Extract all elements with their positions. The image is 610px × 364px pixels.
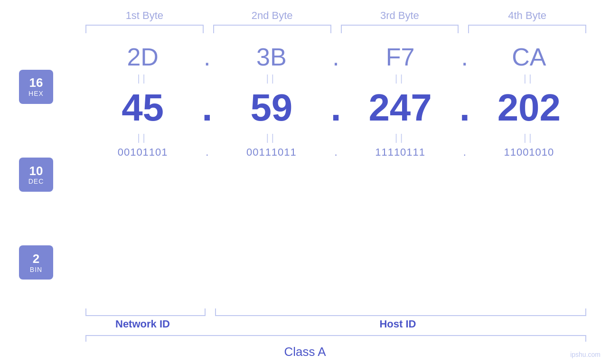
bracket-1 [85, 25, 204, 33]
bracket-3 [341, 25, 459, 33]
bracket-4 [468, 25, 586, 33]
dec-val-1: 45 [85, 86, 200, 130]
host-bracket [215, 308, 586, 316]
hex-val-4: CA [472, 43, 586, 71]
hex-row: 2D . 3B . F7 . CA [81, 43, 591, 71]
eq-1: || [85, 73, 200, 84]
dec-val-2: 59 [214, 86, 328, 130]
host-id-label: Host ID [379, 318, 416, 330]
bracket-2 [213, 25, 331, 33]
class-bracket-container [19, 335, 591, 342]
dot-dec-1: . [200, 86, 214, 130]
watermark: ipshu.com [570, 351, 601, 358]
eq-2: || [214, 73, 328, 84]
dec-val-3: 247 [343, 86, 458, 130]
eq-7: || [343, 132, 458, 143]
network-bracket [85, 308, 206, 316]
bin-val-4: 11001010 [472, 146, 586, 159]
class-label-container: Class A [19, 345, 591, 359]
bottom-brackets [19, 308, 591, 316]
main-container: 1st Byte 2nd Byte 3rd Byte 4th Byte 16 H… [0, 0, 610, 364]
equals-row-2: || || || || [81, 131, 591, 145]
hex-val-3: F7 [343, 43, 458, 71]
eq-5: || [85, 132, 200, 143]
dot-bin-3: . [458, 146, 472, 159]
dec-val-4: 202 [472, 86, 586, 130]
dot-bin-2: . [329, 146, 343, 159]
dot-hex-1: . [200, 43, 214, 71]
eq-3: || [343, 73, 458, 84]
class-bracket [85, 335, 586, 342]
dec-badge: 10 DEC [19, 158, 53, 192]
hex-val-1: 2D [85, 43, 200, 71]
rows-area: 2D . 3B . F7 . CA || || || || 45 [81, 38, 591, 307]
bin-row: 00101101 . 00111011 . 11110111 . 1100101… [81, 146, 591, 159]
bin-val-3: 11110111 [343, 146, 458, 159]
dot-bin-1: . [200, 146, 214, 159]
bin-badge: 2 BIN [19, 245, 53, 280]
byte-headers: 1st Byte 2nd Byte 3rd Byte 4th Byte [19, 9, 591, 22]
badges-column: 16 HEX 10 DEC 2 BIN [19, 38, 76, 307]
network-id-container: Network ID [81, 318, 205, 330]
byte1-header: 1st Byte [81, 9, 208, 22]
hex-val-2: 3B [214, 43, 328, 71]
class-label: Class A [284, 345, 326, 359]
byte3-header: 3rd Byte [336, 9, 464, 22]
content-wrapper: 16 HEX 10 DEC 2 BIN 2D . 3B . F7 . CA [19, 38, 591, 307]
hex-badge: 16 HEX [19, 70, 53, 104]
dot-hex-3: . [458, 43, 472, 71]
dec-row: 45 . 59 . 247 . 202 [81, 86, 591, 130]
bin-val-2: 00111011 [214, 146, 328, 159]
bin-val-1: 00101101 [85, 146, 200, 159]
byte4-header: 4th Byte [463, 9, 591, 22]
eq-4: || [472, 73, 586, 84]
eq-8: || [472, 132, 586, 143]
dot-hex-2: . [329, 43, 343, 71]
id-labels: Network ID Host ID [19, 318, 591, 330]
dot-dec-3: . [458, 86, 472, 130]
eq-6: || [214, 132, 328, 143]
top-brackets [19, 25, 591, 33]
dot-dec-2: . [329, 86, 343, 130]
host-id-container: Host ID [205, 318, 591, 330]
equals-row-1: || || || || [81, 71, 591, 86]
network-id-label: Network ID [115, 318, 170, 330]
byte2-header: 2nd Byte [208, 9, 336, 22]
